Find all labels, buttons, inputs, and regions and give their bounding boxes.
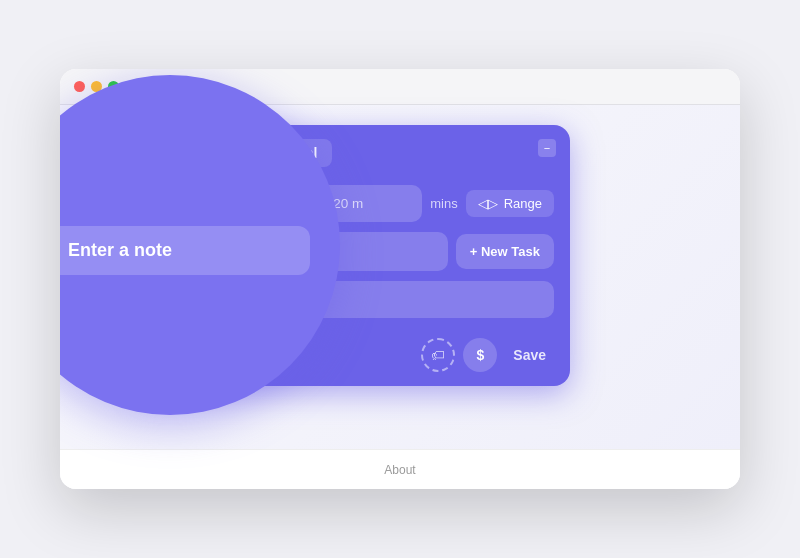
range-icon: ◁▷ [478, 196, 498, 211]
minimize-button[interactable]: − [538, 139, 556, 157]
tag-button[interactable]: 🏷 [421, 338, 455, 372]
tag-icon: 🏷 [431, 347, 445, 363]
nav-about[interactable]: About [384, 463, 415, 477]
new-task-button[interactable]: + New Task [456, 234, 554, 269]
circle-note-field[interactable]: ≡ Enter a note [60, 226, 310, 275]
range-label: Range [504, 196, 542, 211]
new-task-label: + New Task [470, 244, 540, 259]
footer-actions: 🏷 $ Save [421, 338, 554, 372]
save-label: Save [513, 347, 546, 363]
bottom-nav: About [60, 449, 740, 489]
dollar-icon: $ [476, 347, 484, 363]
browser-window: ⊙ Timer ✎ Manual − ⏱ Enter time e.g. 3 h… [60, 69, 740, 489]
save-button[interactable]: Save [505, 343, 554, 367]
mins-label: mins [430, 196, 457, 211]
browser-body: ⊙ Timer ✎ Manual − ⏱ Enter time e.g. 3 h… [60, 105, 740, 489]
range-badge[interactable]: ◁▷ Range [466, 190, 554, 217]
circle-note-text: Enter a note [68, 240, 172, 261]
billing-button[interactable]: $ [463, 338, 497, 372]
circle-content: ≡ Enter a note [60, 75, 340, 415]
magnification-circle: ≡ Enter a note [60, 75, 340, 415]
minimize-icon: − [544, 142, 550, 154]
